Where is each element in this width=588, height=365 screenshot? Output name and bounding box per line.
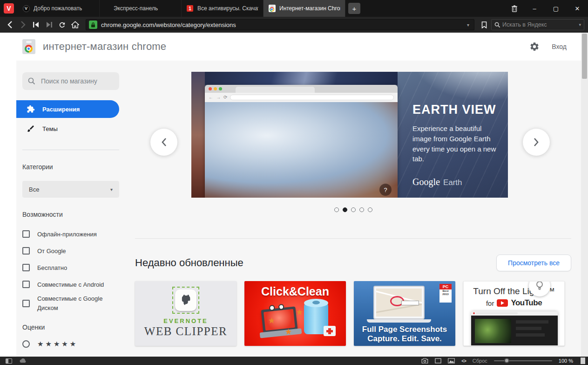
forward-button[interactable] — [17, 19, 29, 31]
checkbox-icon[interactable] — [22, 300, 30, 307]
tab-antivirus[interactable]: 1 Все антивирусы. Скачать бе — [182, 0, 264, 17]
sidebar-item-themes[interactable]: Темы — [16, 120, 126, 138]
card-click-and-clean[interactable]: Click&Clean — [244, 281, 346, 346]
store-search-input[interactable] — [41, 77, 111, 85]
carousel-prev-button[interactable] — [150, 129, 177, 156]
card-title-line2: for — [486, 299, 494, 307]
checkbox-icon[interactable] — [22, 247, 30, 255]
resize-grip[interactable] — [581, 358, 585, 364]
view-all-button[interactable]: Просмотреть все — [496, 255, 571, 271]
stars-5: ★★★★★ — [37, 340, 78, 348]
carousel-dot-4[interactable] — [359, 207, 364, 212]
signin-link[interactable]: Вход — [552, 43, 567, 50]
card-title-line2: WEB CLIPPER — [144, 325, 227, 338]
feature-checkbox-by-google[interactable]: От Google — [22, 242, 126, 259]
radio-icon[interactable] — [22, 357, 30, 357]
gear-icon[interactable] — [529, 41, 540, 52]
bookmark-button[interactable] — [478, 19, 490, 31]
chevron-down-icon: ▾ — [110, 187, 113, 192]
carousel-dot-1[interactable] — [334, 207, 339, 212]
close-button[interactable]: ✕ — [567, 0, 588, 17]
feature-label: Совместимые с Google Диском — [37, 294, 115, 313]
reload-button[interactable] — [56, 19, 68, 31]
capture-camera-icon[interactable] — [421, 358, 428, 364]
address-bar[interactable]: chrome.google.com/webstore/category/exte… — [86, 19, 474, 30]
mock-tab — [236, 87, 315, 93]
webstore-logo-icon[interactable] — [22, 39, 35, 54]
carousel-dot-2-active[interactable] — [343, 207, 347, 212]
tab-label: Все антивирусы. Скачать бе — [197, 5, 258, 12]
mac-minimize-dot — [214, 87, 217, 90]
carousel-dots — [135, 207, 571, 212]
feature-checkbox-offline[interactable]: Офлайн-приложения — [22, 226, 126, 242]
rating-option-5stars[interactable]: ★★★★★ — [22, 336, 126, 352]
fast-forward-button[interactable] — [43, 19, 55, 31]
radio-icon[interactable] — [22, 340, 30, 348]
stars-4: ★★★★★ — [37, 356, 78, 357]
card-title-line1: Full Page Screenshots — [354, 325, 455, 334]
card-title-line2: Capture. Edit. Save. — [354, 334, 455, 344]
page-scrollbar[interactable] — [581, 33, 588, 357]
checkbox-icon[interactable] — [22, 264, 30, 271]
panel-toggle-icon[interactable] — [6, 358, 12, 364]
webstore-title: интернет-магазин chrome — [43, 41, 166, 53]
sidebar-item-extensions[interactable]: Расширения — [16, 100, 119, 118]
tab-label: Добро пожаловать — [34, 5, 82, 12]
browser-search-field[interactable]: ▾ — [491, 19, 584, 30]
zoom-slider-handle[interactable] — [504, 358, 509, 363]
chevron-left-icon — [161, 138, 167, 147]
feature-checkbox-android[interactable]: Совместимые с Android — [22, 276, 126, 293]
extension-cards-row: EVERNOTE WEB CLIPPER Click&Clean — [135, 281, 571, 346]
tab-chrome-webstore[interactable]: Интернет-магазин Chrome — [264, 0, 345, 17]
card-full-page-screenshots[interactable]: PC Best 2013 Full Page Screenshots Captu… — [354, 281, 455, 346]
tabbar-spacer — [360, 0, 505, 17]
scrollbar-thumb[interactable] — [582, 34, 587, 79]
features-heading: Возможности — [22, 211, 126, 218]
carousel-banner-earth-view[interactable]: ← → ⟳ EARTH VIEW Experience a beautiful … — [191, 72, 508, 198]
store-search-field[interactable] — [22, 72, 119, 90]
address-dropdown-caret[interactable]: ▾ — [465, 22, 471, 28]
carousel-dot-5[interactable] — [368, 207, 372, 212]
zoom-slider[interactable] — [494, 360, 552, 361]
youtube-wordmark: YouTube — [511, 298, 542, 308]
cloud-sync-icon[interactable] — [20, 358, 27, 363]
banner-title: EARTH VIEW — [412, 103, 501, 117]
tab-welcome[interactable]: V Добро пожаловать — [18, 0, 100, 17]
closed-tabs-trash-button[interactable] — [505, 0, 524, 17]
video-thumbnail — [475, 319, 511, 343]
zoom-reset-button[interactable]: Сброс — [473, 358, 487, 364]
sidebar-item-label: Расширения — [42, 106, 80, 113]
page-frame-icon[interactable] — [435, 358, 441, 364]
home-icon — [71, 21, 79, 28]
feature-checkbox-gdrive[interactable]: Совместимые с Google Диском — [22, 293, 115, 314]
selection-marquee — [172, 287, 199, 314]
webstore-header: интернет-магазин chrome Вход — [0, 33, 588, 61]
search-dropdown-caret[interactable]: ▾ — [579, 22, 581, 27]
carousel-next-button[interactable] — [523, 129, 550, 156]
rewind-button[interactable] — [30, 19, 42, 31]
secure-lock-badge[interactable] — [89, 21, 97, 29]
home-button[interactable] — [69, 19, 81, 31]
card-evernote-web-clipper[interactable]: EVERNOTE WEB CLIPPER — [135, 281, 237, 346]
checkbox-icon[interactable] — [22, 281, 30, 288]
rating-option-4stars[interactable]: ★★★★★ и больше — [22, 352, 126, 357]
carousel-dot-3[interactable] — [351, 207, 356, 212]
webstore-page: интернет-магазин chrome Вход — [0, 33, 588, 357]
lightbulb-icon — [535, 281, 544, 291]
checkbox-icon[interactable] — [22, 230, 30, 238]
back-button[interactable] — [4, 19, 16, 31]
feature-checkbox-free[interactable]: Бесплатно — [22, 259, 126, 276]
url-text[interactable]: chrome.google.com/webstore/category/exte… — [101, 21, 461, 28]
antivirus-site-icon: 1 — [186, 5, 194, 12]
browser-search-input[interactable] — [502, 21, 558, 28]
vivaldi-menu-button[interactable]: V — [4, 3, 14, 14]
images-toggle-icon[interactable] — [448, 358, 455, 364]
category-select[interactable]: Все ▾ — [22, 181, 119, 198]
tab-speed-dial[interactable]: Экспресс-панель — [100, 0, 182, 17]
card-turn-off-the-lights[interactable]: Turn Off the Lights™ for YouTube — [463, 281, 565, 346]
minimize-button[interactable]: – — [524, 0, 545, 17]
code-view-icon[interactable]: <> — [461, 358, 466, 364]
maximize-button[interactable]: ▢ — [545, 0, 567, 17]
new-tab-button[interactable]: + — [348, 3, 360, 14]
card-title-line1: EVERNOTE — [163, 317, 208, 324]
